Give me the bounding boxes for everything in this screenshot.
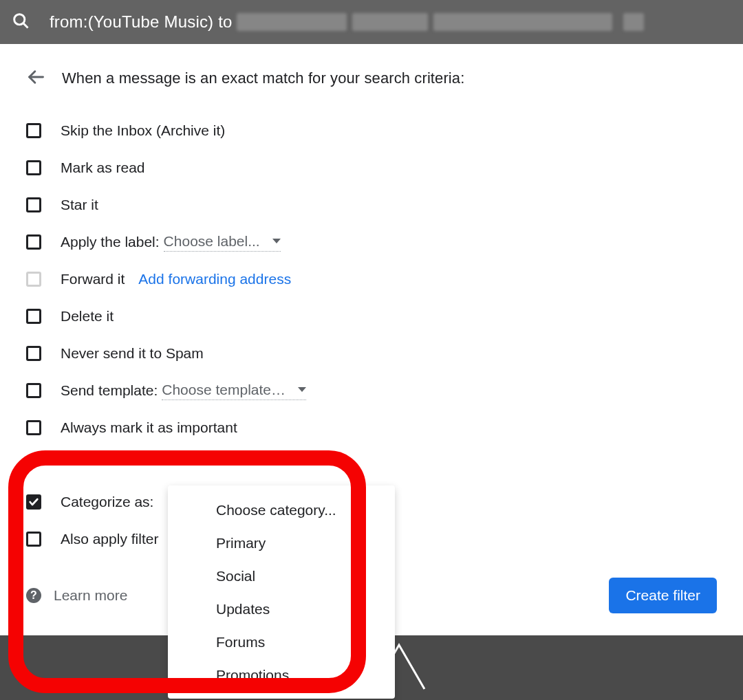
checkbox[interactable]	[26, 346, 41, 361]
svg-line-1	[23, 23, 28, 28]
svg-point-0	[14, 14, 25, 25]
option-skip-inbox[interactable]: Skip the Inbox (Archive it)	[26, 118, 724, 143]
dropdown-value: Choose label...	[164, 233, 260, 250]
option-label: Always mark it as important	[61, 419, 237, 436]
chevron-down-icon	[272, 239, 281, 243]
panel-title: When a message is an exact match for you…	[62, 69, 464, 87]
menu-item-forums[interactable]: Forums	[168, 626, 395, 659]
redacted-block	[623, 13, 644, 31]
search-bar[interactable]: from:(YouTube Music) to	[0, 0, 743, 44]
menu-item-primary[interactable]: Primary	[168, 527, 395, 560]
checkbox-checked[interactable]	[26, 494, 41, 510]
checkbox[interactable]	[26, 123, 41, 138]
option-label: Delete it	[61, 308, 114, 325]
checkbox[interactable]	[26, 532, 41, 547]
menu-item-updates[interactable]: Updates	[168, 593, 395, 626]
option-send-template[interactable]: Send template: Choose template…	[26, 378, 724, 403]
checkbox[interactable]	[26, 309, 41, 324]
option-apply-label[interactable]: Apply the label: Choose label...	[26, 230, 724, 254]
option-never-spam[interactable]: Never send it to Spam	[26, 341, 724, 366]
option-label: Skip the Inbox (Archive it)	[61, 122, 225, 139]
option-label: Apply the label:	[61, 234, 160, 250]
search-icon[interactable]	[11, 11, 30, 33]
learn-more-link[interactable]: Learn more	[54, 587, 127, 604]
category-dropdown-menu[interactable]: Choose category... Primary Social Update…	[168, 485, 395, 699]
back-arrow-icon[interactable]	[26, 67, 45, 89]
option-mark-read[interactable]: Mark as read	[26, 155, 724, 180]
checkbox[interactable]	[26, 383, 41, 398]
label-dropdown[interactable]: Choose label...	[164, 233, 281, 252]
option-delete[interactable]: Delete it	[26, 304, 724, 329]
option-label: Also apply filter	[61, 531, 158, 547]
option-forward[interactable]: Forward it Add forwarding address	[26, 267, 724, 292]
option-always-important[interactable]: Always mark it as important	[26, 415, 724, 440]
checkbox[interactable]	[26, 197, 41, 212]
template-dropdown[interactable]: Choose template…	[162, 382, 306, 400]
search-query[interactable]: from:(YouTube Music) to	[50, 12, 233, 32]
redacted-block	[237, 13, 347, 31]
option-label: Star it	[61, 197, 98, 213]
create-filter-button[interactable]: Create filter	[609, 578, 717, 613]
option-label: Categorize as:	[61, 494, 153, 510]
option-label: Never send it to Spam	[61, 345, 204, 362]
help-icon[interactable]: ?	[26, 588, 41, 603]
menu-item-choose[interactable]: Choose category...	[168, 494, 395, 527]
option-label: Mark as read	[61, 160, 145, 176]
checkbox[interactable]	[26, 234, 41, 250]
redacted-block	[352, 13, 428, 31]
option-label: Send template:	[61, 382, 158, 399]
checkbox[interactable]	[26, 420, 41, 435]
panel-header: When a message is an exact match for you…	[26, 67, 724, 89]
menu-item-promotions[interactable]: Promotions	[168, 659, 395, 692]
redacted-block	[433, 13, 612, 31]
chevron-down-icon	[298, 387, 306, 392]
add-forwarding-link[interactable]: Add forwarding address	[138, 271, 291, 287]
checkbox[interactable]	[26, 160, 41, 175]
menu-item-social[interactable]: Social	[168, 560, 395, 593]
checkbox-disabled	[26, 272, 41, 287]
option-star[interactable]: Star it	[26, 193, 724, 217]
option-label: Forward it	[61, 271, 125, 287]
dropdown-value: Choose template…	[162, 382, 286, 398]
